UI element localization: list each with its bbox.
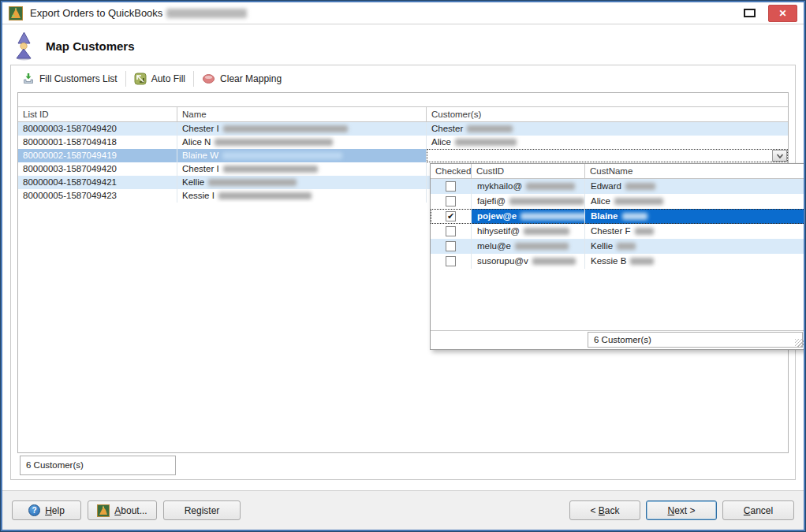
help-button[interactable]: ? Help [12, 500, 81, 520]
redacted-text [222, 152, 342, 159]
register-label: Register [185, 505, 220, 516]
redacted-text [532, 258, 576, 265]
redacted-text [455, 139, 517, 146]
customers-cell[interactable] [427, 149, 788, 162]
help-icon: ? [28, 504, 40, 516]
about-icon [97, 504, 110, 517]
dropdown-customer-row[interactable]: ✔pojew@eBlaine [431, 209, 805, 224]
dropdown-footer: 6 Customer(s) [431, 330, 805, 349]
redacted-title-text [166, 9, 247, 18]
footer-bar: ? Help About... Register < Back Next > [2, 490, 804, 530]
clear-mapping-icon [202, 73, 215, 85]
customer-checkbox[interactable]: ✔ [446, 211, 456, 221]
redacted-text [223, 166, 318, 173]
cancel-label: Cancel [744, 505, 773, 516]
customers-cell: Chester [427, 122, 788, 136]
list-id-cell: 80000001-1587049418 [18, 136, 177, 149]
dropdown-customer-row[interactable]: hihysetif@Chester F [431, 224, 805, 239]
customer-count-box: 6 Customer(s) [20, 456, 176, 475]
app-icon [9, 6, 23, 20]
redacted-text [635, 228, 654, 235]
back-label: < Back [590, 505, 619, 516]
customer-row[interactable]: 80000001-1587049418Alice NAlice [18, 136, 788, 149]
next-button[interactable]: Next > [646, 500, 717, 520]
cust-id-cell: pojew@e [472, 209, 585, 224]
redacted-text [614, 198, 663, 205]
minimize-button[interactable] [744, 9, 756, 17]
customer-row[interactable]: 80000003-1587049420Chester IChester [18, 122, 788, 136]
customer-checkbox[interactable] [446, 196, 456, 206]
checked-cell: ✔ [431, 209, 472, 224]
cust-name-cell: Kellie [585, 239, 805, 254]
close-button[interactable]: ✕ [768, 5, 797, 22]
customer-row[interactable]: 80000002-1587049419Blaine W [18, 149, 788, 162]
cust-name-cell: Edward [585, 179, 805, 194]
redacted-text [630, 258, 654, 265]
next-label: Next > [667, 505, 695, 516]
column-header-list-id[interactable]: List ID [18, 107, 177, 121]
grid-top-strip [18, 93, 788, 107]
redacted-text [617, 243, 636, 250]
title-bar: Export Orders to QuickBooks ✕ [2, 2, 804, 24]
redacted-text [208, 179, 297, 186]
application-window: Export Orders to QuickBooks ✕ Map Custom… [0, 0, 806, 532]
redacted-text [467, 125, 513, 132]
name-cell: Alice N [177, 136, 427, 149]
resize-grip[interactable] [795, 339, 804, 348]
help-label: Help [45, 505, 65, 516]
footer-left-group: ? Help About... Register [12, 500, 241, 520]
fill-customers-list-button[interactable]: Fill Customers List [16, 70, 124, 87]
redacted-text [515, 243, 569, 250]
dropdown-customer-row[interactable]: fajefi@Alice [431, 194, 805, 209]
column-header-cust-name[interactable]: CustName [585, 164, 805, 178]
column-header-checked[interactable]: Checked [431, 164, 472, 178]
redacted-text [218, 192, 312, 199]
customer-checkbox[interactable] [446, 241, 456, 251]
list-id-cell: 80000004-1587049421 [18, 176, 177, 189]
column-header-customers[interactable]: Customer(s) [427, 107, 788, 121]
back-button[interactable]: < Back [569, 500, 640, 520]
about-button[interactable]: About... [88, 500, 157, 520]
cancel-button[interactable]: Cancel [722, 500, 794, 520]
chevron-down-icon [776, 153, 784, 159]
checked-cell [431, 224, 472, 239]
register-button[interactable]: Register [163, 500, 241, 520]
name-cell: Chester I [177, 122, 427, 136]
window-inner: Export Orders to QuickBooks ✕ Map Custom… [1, 1, 805, 531]
column-header-name[interactable]: Name [177, 107, 427, 121]
grid-header-row: List ID Name Customer(s) [18, 107, 788, 122]
customer-dropdown-button[interactable] [772, 150, 787, 162]
wizard-icon [13, 32, 35, 61]
redacted-text [526, 183, 575, 190]
footer-right-group: < Back Next > Cancel [569, 500, 794, 520]
toolbar-divider [193, 71, 194, 87]
cust-name-cell: Chester F [585, 224, 805, 239]
redacted-text [509, 198, 584, 205]
auto-fill-icon [134, 73, 147, 85]
checked-cell [431, 194, 472, 209]
cust-name-cell: Alice [585, 194, 805, 209]
window-title: Export Orders to QuickBooks [30, 7, 162, 19]
auto-fill-label: Auto Fill [151, 73, 185, 84]
dropdown-customer-row[interactable]: mykhailo@Edward [431, 179, 805, 194]
dropdown-customer-count: 6 Customer(s) [588, 332, 803, 348]
customer-checkbox[interactable] [446, 256, 456, 266]
name-cell: Kessie I [177, 189, 427, 203]
redacted-text [521, 213, 585, 220]
cust-id-cell: hihysetif@ [472, 224, 585, 239]
dropdown-customer-row[interactable]: susorupu@vKessie B [431, 254, 805, 269]
cust-id-cell: fajefi@ [472, 194, 585, 209]
clear-mapping-button[interactable]: Clear Mapping [196, 70, 288, 87]
cust-name-cell: Blaine [585, 209, 805, 224]
column-header-cust-id[interactable]: CustID [472, 164, 585, 178]
fill-customers-label: Fill Customers List [39, 73, 118, 84]
dropdown-customer-row[interactable]: melu@eKellie [431, 239, 805, 254]
checked-cell [431, 254, 472, 269]
customer-checkbox[interactable] [446, 181, 456, 192]
page-header: Map Customers [13, 28, 135, 63]
auto-fill-button[interactable]: Auto Fill [128, 70, 192, 87]
fill-customers-icon [22, 73, 35, 85]
customer-checkbox[interactable] [446, 226, 456, 236]
name-cell: Chester I [177, 162, 427, 176]
redacted-text [625, 183, 655, 190]
